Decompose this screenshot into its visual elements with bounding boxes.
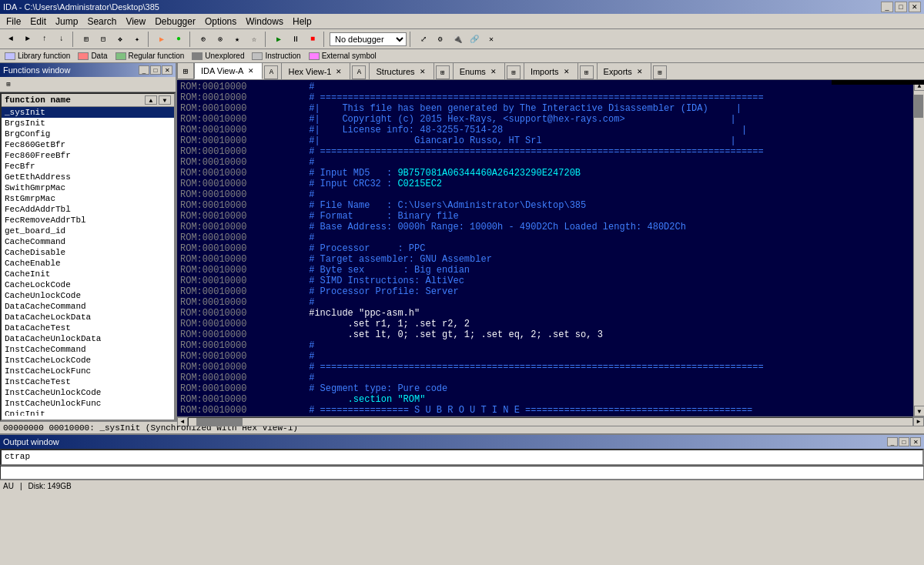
function-item-cachelockcode[interactable]: CacheLockCode (2, 279, 174, 290)
hscroll-right-btn[interactable]: ► (913, 417, 924, 426)
function-item-datacachecommand[interactable]: DataCacheCommand (2, 301, 174, 312)
function-item-instcachelockfunc[interactable]: InstCacheLockFunc (2, 366, 174, 376)
menu-jump[interactable]: Jump (51, 14, 82, 28)
toolbar-btn-9[interactable]: ▶ (154, 32, 169, 47)
function-item-instcachecommand[interactable]: InstCacheCommand (2, 344, 174, 355)
vertical-scrollbar[interactable]: ▲ ▼ (913, 80, 924, 416)
functions-scroll-down[interactable]: ▼ (159, 95, 171, 105)
menu-options[interactable]: Options (200, 14, 241, 28)
toolbar-btn-5[interactable]: ⊞ (79, 32, 94, 47)
toolbar-btn-3[interactable]: ↑ (37, 32, 52, 47)
toolbar-btn-15[interactable]: ⤢ (416, 32, 431, 47)
tab-imports-icon[interactable]: ⊞ (580, 65, 594, 79)
menu-windows[interactable]: Windows (241, 14, 288, 28)
toolbar-btn-16[interactable]: ⚙ (433, 32, 448, 47)
legend-external-color (309, 52, 320, 60)
function-item-instcacheunlockcode[interactable]: InstCacheUnlockCode (2, 387, 174, 398)
function-item-cacheenable[interactable]: CacheEnable (2, 258, 174, 269)
function-item-datacachetest[interactable]: DataCacheTest (2, 323, 174, 333)
toolbar-btn-10[interactable]: ● (171, 32, 186, 47)
functions-panel-min[interactable]: _ (139, 65, 149, 75)
toolbar-btn-8[interactable]: ✦ (129, 32, 145, 47)
function-item-fecremoveaddrtbl[interactable]: FecRemoveAddrTbl (2, 215, 174, 226)
function-item-fecbfr[interactable]: FecBfr (2, 161, 174, 172)
function-item-datacacheunlockdata[interactable]: DataCacheUnlockData (2, 333, 174, 344)
function-item-instcachelockcode[interactable]: InstCacheLockCode (2, 355, 174, 366)
output-close[interactable]: ✕ (910, 437, 921, 446)
horizontal-scrollbar[interactable]: ◄ ► (177, 416, 924, 426)
function-item-datacachelockdata[interactable]: DataCacheLockData (2, 312, 174, 323)
tab-ida-view-a[interactable]: IDA View-A ✕ (194, 62, 263, 79)
functions-toolbar-btn[interactable]: ⊞ (2, 78, 15, 92)
tab-exports-icon[interactable]: ⊞ (653, 65, 667, 79)
functions-scroll-up[interactable]: ▲ (145, 95, 157, 105)
function-item-swithgmrpmac[interactable]: SwithGmrpMac (2, 182, 174, 193)
function-item-cacheinit[interactable]: CacheInit (2, 269, 174, 279)
tab-hex-view-1-close[interactable]: ✕ (334, 67, 343, 76)
tab-ida-view-a-close[interactable]: ✕ (246, 66, 256, 75)
toolbar-btn-18[interactable]: 🔗 (467, 32, 482, 47)
tab-hex-view-1[interactable]: Hex View-1 ✕ (281, 62, 350, 79)
menu-view[interactable]: View (121, 14, 150, 28)
function-item-instcachetest[interactable]: InstCacheTest (2, 376, 174, 387)
menu-file[interactable]: File (2, 14, 25, 28)
tab-imports-close[interactable]: ✕ (562, 67, 571, 76)
function-item-rstgmrpmac[interactable]: RstGmrpMac (2, 193, 174, 204)
function-item-cpicinit[interactable]: CpicInit (2, 409, 174, 416)
toolbar-btn-13[interactable]: ★ (229, 32, 245, 47)
functions-panel-close[interactable]: ✕ (162, 65, 172, 75)
function-item-fec860freebfr[interactable]: Fec860FreeBfr (2, 150, 174, 161)
tab-exports-close[interactable]: ✕ (635, 67, 644, 76)
tab-exports[interactable]: Exports ✕ (597, 62, 651, 79)
function-item-cacheunlockcode[interactable]: CacheUnlockCode (2, 290, 174, 301)
function-item-cachedisable[interactable]: CacheDisable (2, 247, 174, 258)
toolbar-btn-19[interactable]: ✕ (484, 32, 499, 47)
function-item-sysinit[interactable]: _sysInit (2, 107, 174, 118)
output-input[interactable] (0, 466, 924, 480)
function-item-instcacheunlockfunc[interactable]: InstCacheUnlockFunc (2, 398, 174, 409)
toolbar-btn-7[interactable]: ❖ (112, 32, 128, 47)
function-item-fec860getbfr[interactable]: Fec860GetBfr (2, 139, 174, 150)
tab-enums-icon[interactable]: ⊞ (507, 65, 521, 79)
toolbar-btn-12[interactable]: ⊗ (213, 32, 228, 47)
toolbar-btn-17[interactable]: 🔌 (450, 32, 465, 47)
menu-edit[interactable]: Edit (25, 14, 51, 28)
function-item-brgsinit[interactable]: BrgsInit (2, 118, 174, 129)
tab-hex-icon[interactable]: A (352, 65, 366, 79)
function-item-brgconfig[interactable]: BrgConfig (2, 129, 174, 139)
close-button[interactable]: ✕ (909, 2, 921, 12)
scroll-down-btn[interactable]: ▼ (914, 406, 924, 416)
function-item-cachecommand[interactable]: CacheCommand (2, 236, 174, 247)
tab-enums[interactable]: Enums ✕ (453, 62, 505, 79)
tab-structures-icon[interactable]: ⊞ (436, 65, 450, 79)
functions-list[interactable]: _sysInit BrgsInit BrgConfig Fec860GetBfr… (2, 107, 174, 416)
toolbar-btn-14[interactable]: ☆ (246, 32, 262, 47)
tab-enums-close[interactable]: ✕ (489, 67, 498, 76)
function-item-fecaddaddrtbl[interactable]: FecAddAddrTbl (2, 204, 174, 215)
minimize-button[interactable]: _ (881, 2, 893, 12)
tab-ida-view-a-icon[interactable]: A (264, 65, 278, 79)
tab-icon-btn[interactable]: ⊞ (177, 62, 194, 79)
debugger-select[interactable]: No debugger (330, 32, 407, 46)
menu-debugger[interactable]: Debugger (150, 14, 200, 28)
functions-panel-max[interactable]: □ (150, 65, 161, 75)
toolbar-btn-4[interactable]: ↓ (54, 32, 69, 47)
function-item-getboardid[interactable]: get_board_id (2, 226, 174, 236)
toolbar-pause[interactable]: ⏸ (288, 32, 303, 47)
tab-structures[interactable]: Structures ✕ (369, 62, 434, 79)
toolbar-run[interactable]: ▶ (271, 32, 286, 47)
menu-search[interactable]: Search (82, 14, 121, 28)
output-min[interactable]: _ (887, 437, 898, 446)
menu-help[interactable]: Help (288, 14, 316, 28)
toolbar-btn-6[interactable]: ⊟ (95, 32, 111, 47)
tab-imports[interactable]: Imports ✕ (524, 62, 578, 79)
toolbar-btn-11[interactable]: ⊕ (196, 32, 211, 47)
code-area[interactable]: ROM:00010000 # ROM:00010000 # ==========… (177, 80, 913, 416)
toolbar-btn-2[interactable]: ► (20, 32, 35, 47)
maximize-button[interactable]: □ (895, 2, 907, 12)
toolbar-stop[interactable]: ■ (305, 32, 320, 47)
output-max[interactable]: □ (899, 437, 909, 446)
tab-structures-close[interactable]: ✕ (418, 67, 427, 76)
toolbar-btn-1[interactable]: ◄ (3, 32, 18, 47)
function-item-getethaddress[interactable]: GetEthAddress (2, 172, 174, 182)
